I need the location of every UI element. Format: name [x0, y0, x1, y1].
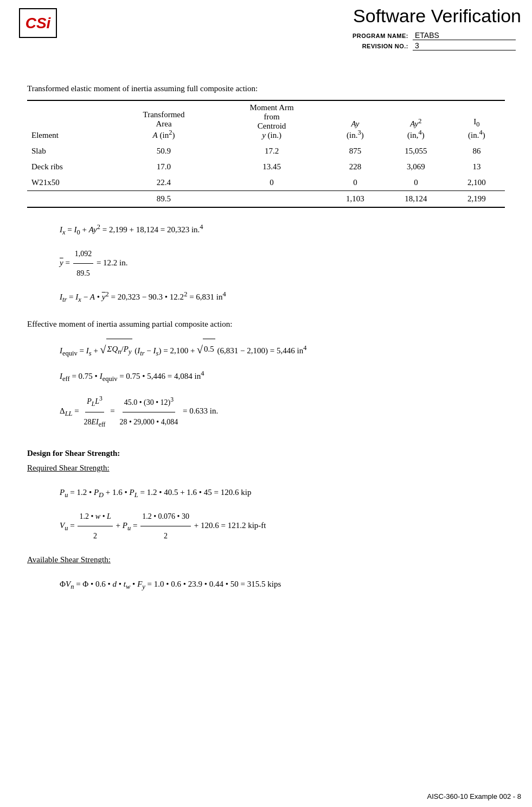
math-line-1: Ix = I0 + Ay2 = 2,199 + 18,124 = 20,323 …: [60, 219, 505, 241]
vu-line: Vu = 1.2 • w • L 2 + Pu = 1.2 • 0.076 • …: [60, 507, 505, 545]
row-ay2-2: 0: [383, 175, 448, 191]
revision-no-label: REVISION NO.:: [337, 43, 413, 49]
page-header: CSi Software Verification PROGRAM NAME: …: [0, 0, 532, 57]
row-ay2-0: 15,055: [383, 142, 448, 159]
row-element-1: Deck ribs: [27, 159, 111, 175]
row-i0-0: 86: [448, 142, 505, 159]
program-name-row: PROGRAM NAME: ETABS: [337, 31, 521, 40]
phi-vn-line: ΦVn = Φ • 0.6 • d • tw • Fy = 1.0 • 0.6 …: [60, 574, 505, 595]
row-ay2-1: 3,069: [383, 159, 448, 175]
program-name-value: ETABS: [413, 31, 516, 40]
math-block-1: Ix = I0 + Ay2 = 2,199 + 18,124 = 20,323 …: [60, 219, 505, 309]
math-equiv-line: Iequiv = Is + √ ΣQn/Py (Itr − Is) = 2,10…: [60, 339, 505, 362]
shear-heading: Design for Shear Strength:: [27, 449, 505, 458]
table-row: Slab 50.9 17.2 875 15,055 86: [27, 142, 505, 159]
col-element: Element: [27, 100, 111, 142]
effective-label: Effective moment of inertia assuming par…: [27, 320, 505, 329]
col-moment-arm: Moment ArmfromCentroid y (in.): [216, 100, 327, 142]
total-moment-arm: [216, 191, 327, 208]
col-moment-arm-sub: y (in.): [262, 131, 281, 139]
available-shear-math: ΦVn = Φ • 0.6 • d • tw • Fy = 1.0 • 0.6 …: [60, 574, 505, 595]
table-total-row: 89.5 1,103 18,124 2,199: [27, 191, 505, 208]
col-ay: Ay (in.3): [327, 100, 383, 142]
total-ay2: 18,124: [383, 191, 448, 208]
col-i0: I0 (in.4): [448, 100, 505, 142]
revision-no-value: 3: [413, 41, 516, 50]
pu-line: Pu = 1.2 • PD + 1.6 • PL = 1.2 • 40.5 + …: [60, 482, 505, 504]
required-shear-heading: Required Shear Strength:: [27, 463, 505, 473]
header-right: Software Verification PROGRAM NAME: ETAB…: [70, 5, 521, 52]
inertia-table: Element TransformedArea A (in2) Moment A…: [27, 100, 505, 208]
csi-logo: CSi: [19, 8, 57, 38]
logo-text: CSi: [25, 15, 51, 32]
row-element-0: Slab: [27, 142, 111, 159]
col-ay-sub: (in.3): [347, 131, 364, 139]
table-row: W21x50 22.4 0 0 0 2,100: [27, 175, 505, 191]
math-line-3: Itr = Ix − A • y2 = 20,323 − 90.3 • 12.2…: [60, 286, 505, 308]
total-i0: 2,199: [448, 191, 505, 208]
col-area: TransformedArea A (in2): [111, 100, 217, 142]
logo-area: CSi: [5, 5, 70, 41]
header-fields: PROGRAM NAME: ETABS REVISION NO.: 3: [337, 31, 521, 52]
revision-no-row: REVISION NO.: 3: [337, 41, 521, 50]
col-ay2: Ay2 (in,4): [383, 100, 448, 142]
total-element: [27, 191, 111, 208]
math-delta-line: ΔLL = PLL3 28EIeff = 45.0 • (30 • 12)3 2…: [60, 391, 505, 433]
available-shear-heading: Available Shear Strength:: [27, 555, 505, 564]
row-area-1: 17.0: [111, 159, 217, 175]
col-area-sub: A (in2): [153, 131, 175, 139]
row-ay-0: 875: [327, 142, 383, 159]
row-ay-1: 228: [327, 159, 383, 175]
row-area-2: 22.4: [111, 175, 217, 191]
math-line-2: y = 1,092 89.5 = 12.2 in.: [60, 244, 505, 283]
table-intro: Transformed elastic moment of inertia as…: [27, 84, 505, 93]
page-title: Software Verification: [353, 5, 521, 27]
row-moment-arm-2: 0: [216, 175, 327, 191]
col-ay2-sub: (in,4): [407, 131, 425, 139]
col-i0-sub: (in.4): [468, 131, 485, 139]
row-ay-2: 0: [327, 175, 383, 191]
total-area: 89.5: [111, 191, 217, 208]
total-ay: 1,103: [327, 191, 383, 208]
row-i0-1: 13: [448, 159, 505, 175]
math-eff-line: Ieff = 0.75 • Iequiv = 0.75 • 5,446 = 4,…: [60, 365, 505, 387]
row-moment-arm-1: 13.45: [216, 159, 327, 175]
main-content: Transformed elastic moment of inertia as…: [0, 57, 532, 616]
page-footer: AISC-360-10 Example 002 - 8: [427, 792, 521, 800]
program-name-label: PROGRAM NAME:: [337, 33, 413, 39]
table-row: Deck ribs 17.0 13.45 228 3,069 13: [27, 159, 505, 175]
row-element-2: W21x50: [27, 175, 111, 191]
row-area-0: 50.9: [111, 142, 217, 159]
row-i0-2: 2,100: [448, 175, 505, 191]
math-block-2: Iequiv = Is + √ ΣQn/Py (Itr − Is) = 2,10…: [60, 339, 505, 433]
row-moment-arm-0: 17.2: [216, 142, 327, 159]
required-shear-math: Pu = 1.2 • PD + 1.6 • PL = 1.2 • 40.5 + …: [60, 482, 505, 545]
